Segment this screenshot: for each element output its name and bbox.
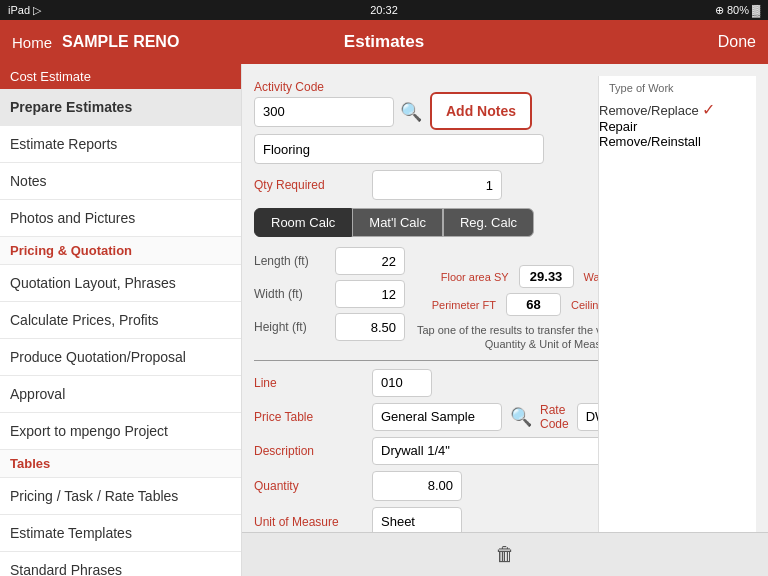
sidebar-category-pricing-quotation: Pricing & Quotation xyxy=(0,237,241,265)
sidebar-item-approval[interactable]: Approval xyxy=(0,376,241,413)
type-of-work-header: Type of Work xyxy=(599,76,756,100)
floor-area-sy-value[interactable]: 29.33 xyxy=(519,265,574,288)
status-left: iPad ▷ xyxy=(8,4,41,17)
sidebar-category-tables: Tables xyxy=(0,450,241,478)
tow-checkmark: ✓ xyxy=(702,101,715,118)
sidebar-item-calculate-prices[interactable]: Calculate Prices, Profits xyxy=(0,302,241,339)
rate-code-label: Rate Code xyxy=(540,403,569,431)
length-input[interactable] xyxy=(335,247,405,275)
tab-room-calc[interactable]: Room Calc xyxy=(254,208,352,237)
delete-button[interactable]: 🗑 xyxy=(495,543,515,566)
bottom-toolbar: 🗑 xyxy=(242,532,768,576)
tab-matl-calc[interactable]: Mat'l Calc xyxy=(352,208,443,237)
nav-title: Estimates xyxy=(344,32,424,52)
sidebar-item-export[interactable]: Export to mpengo Project xyxy=(0,413,241,450)
sidebar-item-estimate-templates[interactable]: Estimate Templates xyxy=(0,515,241,552)
home-button[interactable]: Home xyxy=(12,34,52,51)
perimeter-ft-label: Perimeter FT xyxy=(432,299,496,311)
price-table-search-button[interactable]: 🔍 xyxy=(510,406,532,428)
perimeter-ft-value[interactable]: 68 xyxy=(506,293,561,316)
status-right: ⊕ 80% ▓ xyxy=(715,4,760,17)
status-time: 20:32 xyxy=(370,4,398,16)
type-of-work-panel: Type of Work Remove/Replace ✓ Repair Rem… xyxy=(598,76,756,576)
main-layout: Cost Estimate Prepare Estimates Estimate… xyxy=(0,64,768,576)
line-input[interactable] xyxy=(372,369,432,397)
sidebar-item-prepare-estimates[interactable]: Prepare Estimates xyxy=(0,89,241,126)
tow-item-repair[interactable]: Repair xyxy=(599,119,756,134)
tow-item-remove-replace[interactable]: Remove/Replace ✓ xyxy=(599,100,756,119)
sidebar-item-photos[interactable]: Photos and Pictures xyxy=(0,200,241,237)
quantity-label: Quantity xyxy=(254,479,364,493)
activity-code-input[interactable] xyxy=(254,97,394,127)
sidebar-item-notes[interactable]: Notes xyxy=(0,163,241,200)
sidebar-item-standard-phrases[interactable]: Standard Phrases xyxy=(0,552,241,576)
description-label: Description xyxy=(254,444,364,458)
activity-code-label: Activity Code xyxy=(254,80,422,94)
sidebar-item-estimate-reports[interactable]: Estimate Reports xyxy=(0,126,241,163)
height-label: Height (ft) xyxy=(254,320,329,334)
top-nav-bar: Home SAMPLE RENO Estimates Done xyxy=(0,20,768,64)
sidebar-item-quotation-layout[interactable]: Quotation Layout, Phrases xyxy=(0,265,241,302)
price-table-label: Price Table xyxy=(254,410,364,424)
activity-code-search-button[interactable]: 🔍 xyxy=(400,101,422,123)
flooring-input[interactable] xyxy=(254,134,544,164)
sidebar: Cost Estimate Prepare Estimates Estimate… xyxy=(0,64,242,576)
tow-item-remove-reinstall[interactable]: Remove/Reinstall xyxy=(599,134,756,149)
add-notes-button[interactable]: Add Notes xyxy=(430,92,532,130)
length-label: Length (ft) xyxy=(254,254,329,268)
sidebar-section-cost-estimate: Cost Estimate xyxy=(0,64,241,89)
qty-required-input[interactable] xyxy=(372,170,502,200)
floor-area-sy-label: Floor area SY xyxy=(441,271,509,283)
width-input[interactable] xyxy=(335,280,405,308)
done-button[interactable]: Done xyxy=(718,33,756,51)
quantity-input[interactable] xyxy=(372,471,462,501)
sidebar-item-produce-quotation[interactable]: Produce Quotation/Proposal xyxy=(0,339,241,376)
width-label: Width (ft) xyxy=(254,287,329,301)
tab-reg-calc[interactable]: Reg. Calc xyxy=(443,208,534,237)
height-input[interactable] xyxy=(335,313,405,341)
app-title: SAMPLE RENO xyxy=(62,33,179,51)
main-content: Activity Code 🔍 Add Notes Qty Required xyxy=(242,64,768,576)
unit-of-measure-label: Unit of Measure xyxy=(254,515,364,529)
price-table-input[interactable] xyxy=(372,403,502,431)
qty-required-label: Qty Required xyxy=(254,178,364,192)
status-bar: iPad ▷ 20:32 ⊕ 80% ▓ xyxy=(0,0,768,20)
sidebar-item-pricing-task[interactable]: Pricing / Task / Rate Tables xyxy=(0,478,241,515)
line-label: Line xyxy=(254,376,364,390)
